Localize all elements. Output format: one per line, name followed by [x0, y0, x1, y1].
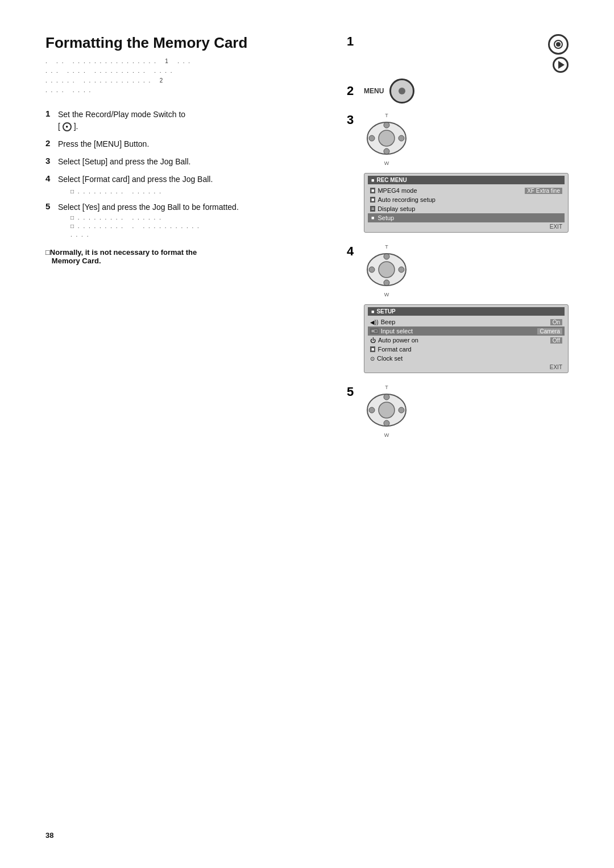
page-title: Formatting the Memory Card [45, 34, 247, 52]
step-4-number: 4 [45, 173, 58, 183]
setup-menu-exit: EXIT [368, 364, 565, 370]
step-4: 4 Select [Format card] and press the Jog… [45, 173, 330, 196]
step-5-dots-2: □ . . . . . . . . . . . . . . . . . . . … [70, 223, 239, 229]
step-3-number: 3 [45, 156, 58, 166]
step-3-text: Select [Setup] and press the Jog Ball. [58, 156, 190, 168]
jog-ball-svg-3 [364, 118, 409, 158]
setup-menu-title: ■ SETUP [368, 307, 565, 316]
play-mode-icon [553, 57, 569, 73]
dot-line-1: . . . . . . . . . . . . . . . . . . . 1 … [45, 56, 330, 66]
svg-point-14 [384, 394, 389, 400]
step-3: 3 Select [Setup] and press the Jog Ball. [45, 156, 330, 168]
right-column: 1 [341, 34, 569, 450]
svg-point-8 [384, 254, 389, 259]
note-line-2: Memory Card. [45, 257, 330, 265]
rec-menu-row-setup: ■ Setup [368, 213, 565, 222]
step-2: 2 Press the [MENU] Button. [45, 138, 330, 150]
menu-label: MENU [364, 87, 384, 95]
left-column: Formatting the Memory Card . . . . . . .… [45, 34, 341, 450]
w-label-4: W [364, 292, 409, 297]
svg-point-17 [399, 407, 404, 413]
step-5-text: Select [Yes] and press the Jog Ball to b… [58, 202, 239, 212]
rec-menu-exit: EXIT [368, 224, 565, 230]
dot-line-3: . . . . . . . . . . . . . . . . . . . 2 [45, 76, 330, 85]
step-4-dots: □ . . . . . . . . . . . . . . . [70, 188, 162, 195]
dot-line-2: . . . . . . . . . . . . . . . . . . . . … [45, 66, 330, 76]
step-1-sub: [ ● ]. [58, 122, 78, 131]
w-label-5: W [364, 432, 409, 438]
setup-row-beep: ◀)) Beep On [368, 317, 565, 326]
jog-ball-5: T W [364, 385, 409, 438]
step-5: 5 Select [Yes] and press the Jog Ball to… [45, 201, 330, 240]
setup-row-clock-set: ⊙ Clock set [368, 354, 565, 363]
svg-point-3 [384, 148, 389, 154]
rec-menu-row-auto: ■ Auto recording setup [368, 195, 565, 204]
right-step-3-num: 3 [347, 113, 354, 127]
svg-point-13 [379, 402, 395, 418]
step-1-number: 1 [45, 109, 58, 118]
rec-menu-screen: ■ REC MENU ■ MPEG4 mode XF Extra fine ■ … [364, 173, 569, 233]
step-4-text: Select [Format card] and press the Jog B… [58, 175, 213, 184]
page: Formatting the Memory Card . . . . . . .… [0, 0, 614, 868]
svg-point-5 [399, 135, 404, 141]
setup-row-format-card: ■ Format card [368, 345, 565, 354]
step-5-dots-1: □ . . . . . . . . . . . . . . . [70, 214, 239, 221]
jog-ball-svg-4 [364, 250, 409, 290]
step1-camera-icons [364, 34, 569, 73]
right-step-4-num: 4 [347, 244, 354, 259]
svg-point-1 [379, 130, 395, 146]
jog-ball-svg-5 [364, 390, 409, 430]
step-2-text: Press the [MENU] Button. [58, 138, 149, 150]
setup-row-input-select: ≡□ Input select Camera [368, 326, 565, 336]
rec-menu-row-mpeg4: ■ MPEG4 mode XF Extra fine [368, 186, 565, 195]
dot-line-4: . . . . . . . . [45, 85, 330, 95]
svg-point-10 [369, 267, 375, 272]
step-5-number: 5 [45, 201, 58, 211]
menu-button-icon [389, 78, 414, 104]
step-2-number: 2 [45, 138, 58, 148]
note-line-1: □Normally, it is not necessary to format… [45, 248, 330, 257]
step2-menu-area: MENU [364, 78, 569, 104]
right-step-2-num: 2 [347, 84, 354, 98]
step-1: 1 Set the Record/Play mode Switch to [ ●… [45, 109, 330, 133]
setup-row-auto-power: ⏻ Auto power on Off [368, 336, 565, 345]
step-1-text: Set the Record/Play mode Switch to [58, 110, 185, 119]
record-mode-icon [548, 34, 569, 55]
t-label-3: T [364, 113, 409, 118]
jog-ball-3: T W [364, 113, 409, 166]
steps-list: 1 Set the Record/Play mode Switch to [ ●… [45, 109, 330, 240]
setup-menu-screen: ■ SETUP ◀)) Beep On ≡□ Input select Came… [364, 304, 569, 373]
rec-menu-title: ■ REC MENU [368, 176, 565, 184]
svg-point-16 [369, 407, 375, 413]
note-box: □Normally, it is not necessary to format… [45, 248, 330, 265]
page-number: 38 [45, 831, 53, 840]
w-label-3: W [364, 160, 409, 166]
svg-point-15 [384, 420, 389, 426]
svg-point-2 [384, 122, 389, 128]
svg-point-4 [369, 135, 375, 141]
right-step-1-num: 1 [347, 34, 354, 49]
svg-point-11 [399, 267, 404, 272]
jog-ball-4: T W [364, 244, 409, 297]
svg-point-9 [384, 280, 389, 286]
rec-menu-row-display: ≡ Display setup [368, 204, 565, 213]
t-label-5: T [364, 385, 409, 390]
right-step-5-num: 5 [347, 385, 354, 399]
step-5-dots-3: . . . . [70, 232, 239, 238]
t-label-4: T [364, 244, 409, 250]
svg-point-7 [379, 262, 395, 278]
